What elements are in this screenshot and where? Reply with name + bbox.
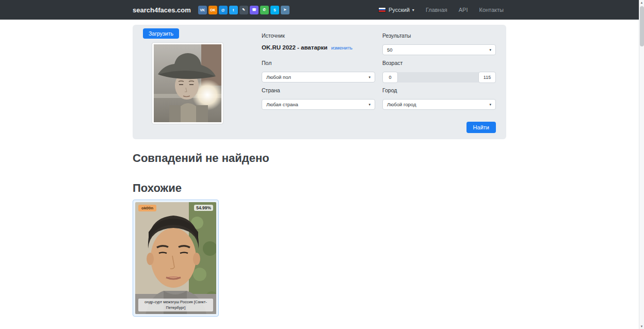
age-label: Возраст [382,60,496,66]
nav-link-api[interactable]: API [459,7,468,13]
age-max-input[interactable] [478,72,496,83]
vk-icon-glyph: VK [200,8,205,12]
uploaded-photo [152,43,223,124]
skype-icon[interactable]: S [270,6,279,14]
odnoklassniki-icon-glyph: OK [210,8,216,12]
chevron-down-icon: ▾ [412,8,414,12]
main-content: Загрузить [133,20,506,317]
country-select-value: Любая страна [266,102,298,107]
chevron-down-icon: ▾ [489,103,491,107]
source-badge: ok00n [138,205,156,211]
upload-button[interactable]: Загрузить [143,28,179,39]
chevron-down-icon: ▾ [368,75,371,79]
whatsapp-icon[interactable]: ✆ [260,6,269,14]
result-caption: ондр-сурт межэгуш Россия [Санкт-Петербур… [138,299,213,311]
pencil-icon-glyph: ✎ [242,8,245,12]
scroll-down-arrow[interactable]: ▼ [640,324,643,329]
age-min-input[interactable] [382,72,398,83]
brand-logo[interactable]: search4faces.com [133,6,191,14]
source-label: Источник [262,32,375,39]
russian-flag-icon [378,7,386,12]
city-select-value: Любой город [387,102,416,107]
result-card[interactable]: ok00n 54.99% ондр-сурт межэгуш Россия [С… [133,200,219,317]
age-slider-track[interactable] [396,72,480,83]
twitter-icon[interactable]: t [229,6,238,14]
navbar: search4faces.com VK OK @ t ✎ ☎ ✆ S ➤ Рус… [0,0,644,20]
viber-icon-glyph: ☎ [252,8,256,12]
change-source-link[interactable]: изменить [331,45,352,51]
country-label: Страна [262,87,375,93]
pencil-icon[interactable]: ✎ [239,6,248,14]
scrollbar-thumb[interactable] [640,6,644,46]
vk-icon[interactable]: VK [198,6,207,14]
results-select-value: 50 [387,47,393,53]
scrollbar[interactable]: ▲ ▼ [639,0,644,329]
city-select[interactable]: Любой город ▾ [382,99,496,110]
chevron-down-icon: ▾ [368,103,371,107]
scroll-up-arrow[interactable]: ▲ [640,0,643,5]
country-select[interactable]: Любая страна ▾ [262,99,375,110]
language-label: Русский [389,7,410,13]
gender-select[interactable]: Любой пол ▾ [262,72,375,83]
nav-link-home[interactable]: Главная [426,7,447,13]
result-photo [135,202,216,314]
telegram-icon-glyph: ➤ [283,8,286,12]
mailru-icon-glyph: @ [221,8,225,12]
gender-label: Пол [262,60,375,66]
skype-icon-glyph: S [273,8,276,12]
telegram-icon[interactable]: ➤ [281,6,289,14]
language-selector[interactable]: Русский ▾ [378,7,414,13]
gender-select-value: Любой пол [266,74,291,80]
twitter-icon-glyph: t [233,8,234,12]
results-label: Результаты [382,32,496,39]
viber-icon[interactable]: ☎ [250,6,259,14]
city-label: Город [382,87,496,93]
similar-heading: Похожие [133,182,506,195]
search-button[interactable]: Найти [466,122,496,133]
uploaded-photo-image [154,44,221,122]
whatsapp-icon-glyph: ✆ [263,8,266,12]
mailru-icon[interactable]: @ [219,6,228,14]
social-icons: VK OK @ t ✎ ☎ ✆ S ➤ [198,6,289,14]
age-range [382,72,496,83]
odnoklassniki-icon[interactable]: OK [208,6,217,14]
chevron-down-icon: ▾ [489,48,491,52]
match-percentage: 54.99% [194,205,213,211]
nav-link-contacts[interactable]: Контакты [479,7,504,13]
results-select[interactable]: 50 ▾ [382,44,496,55]
no-matches-heading: Совпадений не найдено [133,152,506,165]
source-value: OK.RU 2022 - аватарки [262,44,328,51]
search-form-panel: Загрузить [133,25,506,139]
